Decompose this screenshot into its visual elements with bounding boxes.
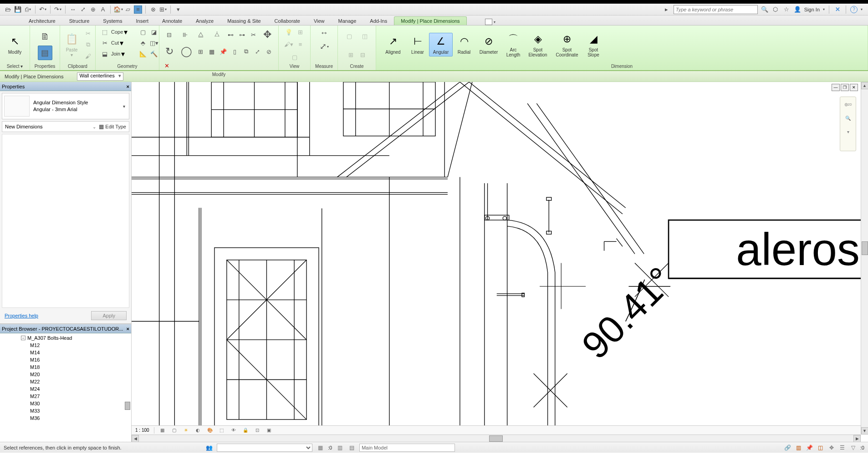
view-tool-5-icon[interactable]: ▢: [289, 51, 300, 62]
split-gap-icon[interactable]: ⊶: [236, 29, 247, 40]
delete-icon[interactable]: ✕: [161, 60, 172, 71]
type-selector[interactable]: Angular Dimension Style Angular - 3mm Ar…: [2, 93, 129, 119]
tool-b-icon[interactable]: ⧉: [240, 46, 251, 57]
cut-geometry-button[interactable]: ✂Cut ▾: [97, 37, 125, 48]
v-scroll-thumb[interactable]: [862, 241, 868, 255]
view-min-icon[interactable]: —: [832, 84, 840, 91]
tab-annotate[interactable]: Annotate: [155, 16, 189, 25]
tree-parent-item[interactable]: − M_A307 Bolts-Head: [0, 334, 131, 342]
measure-aligned-icon[interactable]: ↔: [69, 5, 77, 14]
scale-icon[interactable]: ⤢: [252, 46, 263, 57]
sync-icon[interactable]: ⎙▾: [24, 5, 32, 14]
view-tool-4-icon[interactable]: ≡: [295, 39, 306, 50]
scale-circle-icon[interactable]: ◯: [178, 43, 194, 60]
shadows-icon[interactable]: ◐: [194, 427, 202, 434]
user-icon[interactable]: 👤: [793, 5, 802, 14]
autodesk-account-icon[interactable]: ⬡: [771, 5, 780, 14]
offset-icon[interactable]: ⊪: [177, 29, 193, 41]
create-1-icon[interactable]: ▢: [342, 29, 357, 44]
worksets-icon[interactable]: 👥: [205, 444, 213, 452]
tree-item[interactable]: M24: [0, 385, 131, 393]
select-underlay-icon[interactable]: ▥: [795, 444, 803, 452]
navigation-bar[interactable]: ⊚2D 🔍 ▾: [840, 97, 856, 151]
instance-filter-select[interactable]: New Dimensions: [5, 124, 90, 129]
search-trigger-icon[interactable]: ▸: [663, 5, 671, 14]
select-face-icon[interactable]: ◫: [817, 444, 825, 452]
create-3-icon[interactable]: ⊞: [346, 50, 357, 61]
tab-architecture[interactable]: Architecture: [22, 16, 62, 25]
background-processes-icon[interactable]: ☰: [838, 444, 847, 452]
create-4-icon[interactable]: ⊟: [357, 50, 368, 61]
align-icon[interactable]: ⊟: [161, 29, 177, 41]
design-options-icon[interactable]: ▥: [336, 444, 344, 452]
tree-item[interactable]: M20: [0, 371, 131, 378]
tree-item[interactable]: M30: [0, 400, 131, 407]
tool-a-icon[interactable]: ▯: [229, 46, 240, 57]
geo-tool-5-icon[interactable]: 📐: [138, 48, 148, 59]
temp-hide-icon[interactable]: ⊡: [254, 427, 261, 434]
nav-chevron-icon[interactable]: ▾: [842, 126, 853, 137]
crop-region-icon[interactable]: 👁: [230, 427, 237, 434]
tree-item[interactable]: M27: [0, 393, 131, 400]
customize-qat-icon[interactable]: ▾: [174, 5, 182, 14]
ribbon-display-toggle[interactable]: ▾: [485, 19, 495, 25]
crop-icon[interactable]: ⬚: [218, 427, 225, 434]
thin-lines-icon[interactable]: ≡: [134, 5, 142, 14]
type-dropdown-icon[interactable]: ▾: [121, 104, 127, 109]
rendering-icon[interactable]: 🎨: [206, 427, 214, 434]
view-tool-1-icon[interactable]: 💡: [283, 27, 294, 38]
arc-length-button[interactable]: ⌒Arc Length: [503, 31, 524, 59]
open-icon[interactable]: 🗁: [4, 5, 12, 14]
measure-between-icon[interactable]: ⤢: [79, 5, 87, 14]
mirror-draw-icon[interactable]: ⧊: [209, 29, 225, 41]
undo-icon[interactable]: ↶▾: [39, 5, 47, 14]
tab-view[interactable]: View: [307, 16, 332, 25]
project-browser-tree[interactable]: − M_A307 Bolts-Head M12 M14 M16 M18 M20 …: [0, 333, 131, 442]
array-icon[interactable]: ⊞: [195, 46, 206, 57]
modify-button[interactable]: ↖ Modify: [2, 33, 28, 56]
tree-item[interactable]: M14: [0, 349, 131, 356]
properties-close-icon[interactable]: ×: [127, 84, 129, 89]
tab-manage[interactable]: Manage: [332, 16, 363, 25]
copy-modify-icon[interactable]: ▦: [206, 46, 217, 57]
sign-in-button[interactable]: Sign In: [804, 7, 820, 12]
reference-select[interactable]: Wall centerlines: [77, 72, 123, 81]
active-only-icon[interactable]: ▤: [347, 444, 356, 452]
text-icon[interactable]: A: [99, 5, 107, 14]
help-icon[interactable]: ?: [850, 6, 858, 13]
tab-modify-place-dimensions[interactable]: Modify | Place Dimensions: [394, 16, 466, 25]
scale-value[interactable]: 1 : 100: [135, 428, 149, 433]
tab-insert[interactable]: Insert: [129, 16, 156, 25]
match-icon[interactable]: 🖌: [82, 51, 93, 61]
nav-wheel-icon[interactable]: ⊚2D: [842, 99, 853, 110]
view-tool-3-icon[interactable]: 🖌▾: [283, 39, 294, 50]
drag-elements-icon[interactable]: ✥: [827, 444, 836, 452]
panel-label-select[interactable]: Select ▾: [2, 63, 28, 70]
view-tool-2-icon[interactable]: ⊞: [295, 27, 306, 38]
pin-icon[interactable]: 📌: [218, 46, 229, 57]
cut-icon[interactable]: ✂: [82, 28, 93, 39]
radial-dim-button[interactable]: ◠Radial: [454, 33, 475, 56]
type-properties-icon[interactable]: 🗎: [38, 29, 52, 44]
redo-icon[interactable]: ↷▾: [54, 5, 62, 14]
tab-addins[interactable]: Add-Ins: [363, 16, 394, 25]
split-icon[interactable]: ⊷: [225, 29, 236, 40]
save-icon[interactable]: 💾: [14, 5, 22, 14]
lock-icon[interactable]: 🔒: [242, 427, 249, 434]
select-pinned-icon[interactable]: 📌: [806, 444, 814, 452]
scroll-up-icon[interactable]: ▲: [861, 82, 868, 89]
drawing-canvas[interactable]: 90.41° aleros 1 : 100 ▦ ▢ ☀ ◐ 🎨 ⬚ 👁 🔒 ⊡ …: [132, 82, 868, 442]
tree-item[interactable]: M33: [0, 407, 131, 414]
reveal-icon[interactable]: ▣: [266, 427, 273, 434]
diameter-dim-button[interactable]: ⊘Diameter: [475, 33, 502, 56]
properties-help-link[interactable]: Properties help: [5, 313, 38, 318]
scroll-left-icon[interactable]: ◀: [132, 435, 139, 442]
visual-style-icon[interactable]: ▢: [171, 427, 178, 434]
search-input[interactable]: [674, 5, 758, 14]
spot-slope-button[interactable]: ◢Spot Slope: [583, 31, 604, 59]
geo-tool-2-icon[interactable]: ◪: [148, 26, 159, 37]
measure-icon[interactable]: ↔: [316, 26, 332, 39]
tree-item[interactable]: M18: [0, 363, 131, 371]
edit-type-button[interactable]: ▦Edit Type: [99, 123, 126, 130]
geo-tool-6-icon[interactable]: 🔨: [148, 48, 159, 59]
